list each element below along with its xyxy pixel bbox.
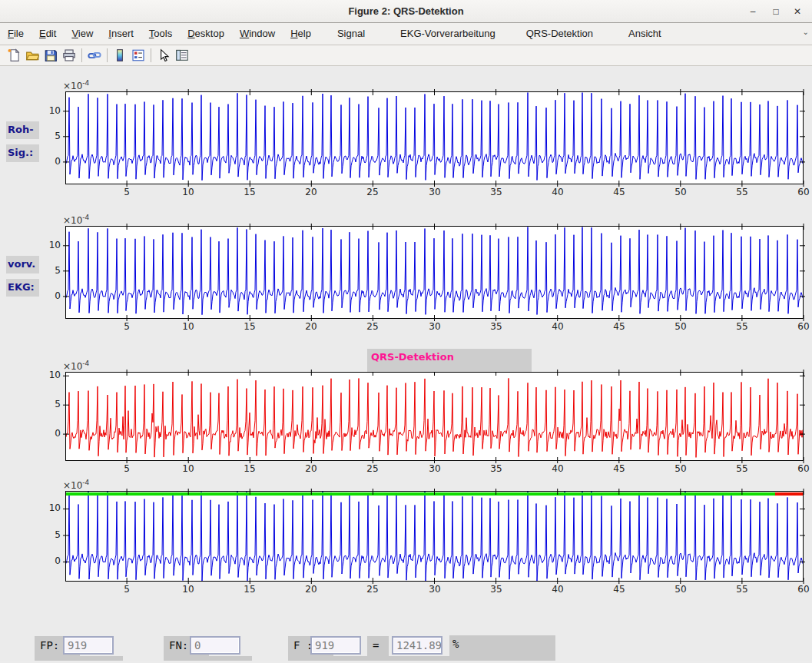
axes-area bbox=[65, 372, 804, 461]
insert-colorbar-icon[interactable] bbox=[111, 47, 129, 65]
y-axis-exponent-label: ×10-4 bbox=[63, 79, 89, 91]
x-tick-label: 50 bbox=[668, 463, 694, 474]
y-tick-label: 10 bbox=[33, 502, 61, 513]
x-tick-label: 25 bbox=[360, 187, 386, 197]
x-tick-label: 35 bbox=[483, 187, 509, 197]
f-label-strip bbox=[288, 656, 376, 661]
signal-label: Roh- bbox=[6, 121, 39, 139]
menu-item-qrs-detektion[interactable]: QRS-Detektion bbox=[519, 23, 601, 45]
x-tick-label: 60 bbox=[790, 463, 812, 474]
x-tick-label: 50 bbox=[668, 187, 694, 197]
x-tick-label: 15 bbox=[237, 321, 263, 332]
x-tick-label: 25 bbox=[360, 321, 386, 332]
y-tick-label: 10 bbox=[33, 105, 61, 116]
x-tick-label: 10 bbox=[175, 187, 201, 197]
x-tick-label: 35 bbox=[483, 321, 509, 332]
x-tick-label: 20 bbox=[298, 463, 324, 474]
menu-item-signal[interactable]: Signal bbox=[330, 23, 373, 45]
menu-item-tools[interactable]: Tools bbox=[141, 23, 180, 45]
y-tick-label: 10 bbox=[33, 240, 61, 250]
eq-label-strip bbox=[367, 656, 456, 661]
edit-plot-icon[interactable] bbox=[154, 47, 173, 65]
y-axis-exponent-label: ×10-4 bbox=[63, 479, 89, 491]
x-tick-label: 15 bbox=[237, 463, 263, 474]
x-tick-label: 50 bbox=[668, 584, 694, 595]
x-tick-label: 45 bbox=[606, 463, 632, 474]
x-tick-label: 35 bbox=[483, 463, 509, 474]
open-file-icon[interactable] bbox=[23, 47, 41, 65]
menu-item-edit[interactable]: Edit bbox=[31, 23, 64, 45]
qrs-detection-plot: ×10-4105051015202530354045505560QRS-Dete… bbox=[65, 372, 804, 461]
x-tick-label: 45 bbox=[606, 187, 632, 197]
x-tick-label: 60 bbox=[790, 187, 812, 197]
signal-label: Sig.: bbox=[6, 144, 39, 162]
minimize-button[interactable]: – bbox=[743, 0, 763, 23]
menu-item-desktop[interactable]: Desktop bbox=[180, 23, 232, 45]
fp-field[interactable] bbox=[63, 636, 114, 655]
menu-item-window[interactable]: Window bbox=[232, 23, 283, 45]
plot-title: QRS-Detektion bbox=[367, 349, 532, 372]
y-tick-label: 5 bbox=[33, 529, 61, 540]
x-tick-label: 35 bbox=[483, 584, 509, 595]
x-tick-label: 55 bbox=[729, 463, 755, 474]
x-tick-label: 20 bbox=[298, 321, 324, 332]
x-tick-label: 55 bbox=[729, 584, 755, 595]
new-figure-icon[interactable] bbox=[5, 47, 23, 65]
x-tick-label: 30 bbox=[422, 187, 448, 197]
fn-label-strip bbox=[164, 656, 252, 661]
x-tick-label: 25 bbox=[360, 463, 386, 474]
link-plot-icon[interactable] bbox=[85, 47, 104, 65]
axes-area bbox=[65, 226, 804, 319]
menubar-overflow-icon[interactable]: ⌄ bbox=[803, 28, 809, 36]
insert-legend-icon[interactable] bbox=[129, 47, 147, 65]
toolbar-separator bbox=[107, 48, 108, 62]
y-tick-label: 0 bbox=[33, 428, 61, 439]
toolbar-separator bbox=[81, 48, 82, 62]
x-tick-label: 40 bbox=[545, 187, 571, 197]
y-axis-exponent-label: ×10-4 bbox=[63, 360, 89, 372]
raw-signal-plot: ×10-4105051015202530354045505560Roh-Sig.… bbox=[65, 91, 804, 184]
y-tick-label: 5 bbox=[33, 399, 61, 409]
fn-field[interactable] bbox=[190, 636, 240, 655]
menu-item-ekg-vorverarbeitung[interactable]: EKG-Vorverarbeitung bbox=[393, 23, 503, 45]
x-tick-label: 55 bbox=[729, 187, 755, 197]
x-tick-label: 60 bbox=[790, 584, 812, 595]
x-tick-label: 30 bbox=[422, 321, 448, 332]
x-tick-label: 55 bbox=[729, 321, 755, 332]
x-tick-label: 15 bbox=[237, 584, 263, 595]
eq-label: = bbox=[367, 636, 389, 656]
print-figure-icon[interactable] bbox=[60, 47, 78, 65]
y-axis-exponent-label: ×10-4 bbox=[63, 214, 89, 226]
figure-window: Figure 2: QRS-Detektion – □ ✕ FileEditVi… bbox=[0, 0, 812, 663]
axes-area bbox=[65, 91, 804, 184]
x-tick-label: 10 bbox=[175, 321, 201, 332]
menu-item-help[interactable]: Help bbox=[283, 23, 319, 45]
maximize-button[interactable]: □ bbox=[766, 0, 786, 23]
close-button[interactable]: ✕ bbox=[787, 0, 807, 23]
x-tick-label: 30 bbox=[422, 463, 448, 474]
toolbar-separator bbox=[151, 48, 151, 62]
menu-bar: FileEditViewInsertToolsDesktopWindowHelp… bbox=[0, 23, 812, 45]
x-tick-label: 20 bbox=[298, 187, 324, 197]
plot-browser-icon[interactable] bbox=[173, 47, 191, 65]
x-tick-label: 25 bbox=[360, 584, 386, 595]
eq-field[interactable] bbox=[392, 636, 442, 655]
x-tick-label: 60 bbox=[790, 321, 812, 332]
menu-item-view[interactable]: View bbox=[64, 23, 101, 45]
menu-item-insert[interactable]: Insert bbox=[101, 23, 141, 45]
y-tick-label: 10 bbox=[33, 370, 61, 380]
signal-label: EKG: bbox=[6, 279, 39, 297]
x-tick-label: 5 bbox=[114, 187, 140, 197]
menu-item-file[interactable]: File bbox=[0, 23, 31, 45]
x-tick-label: 5 bbox=[114, 463, 140, 474]
save-figure-icon[interactable] bbox=[41, 47, 60, 65]
toolbar bbox=[0, 45, 812, 66]
x-tick-label: 10 bbox=[175, 463, 201, 474]
x-tick-label: 50 bbox=[668, 321, 694, 332]
f-field[interactable] bbox=[310, 636, 361, 655]
percent-label: % bbox=[449, 635, 555, 661]
figure-canvas: ×10-4105051015202530354045505560Roh-Sig.… bbox=[0, 66, 812, 661]
menu-item-ansicht[interactable]: Ansicht bbox=[621, 23, 669, 45]
title-bar: Figure 2: QRS-Detektion – □ ✕ bbox=[0, 0, 812, 23]
detection-result-plot: ×10-4105051015202530354045505560 bbox=[65, 491, 804, 582]
